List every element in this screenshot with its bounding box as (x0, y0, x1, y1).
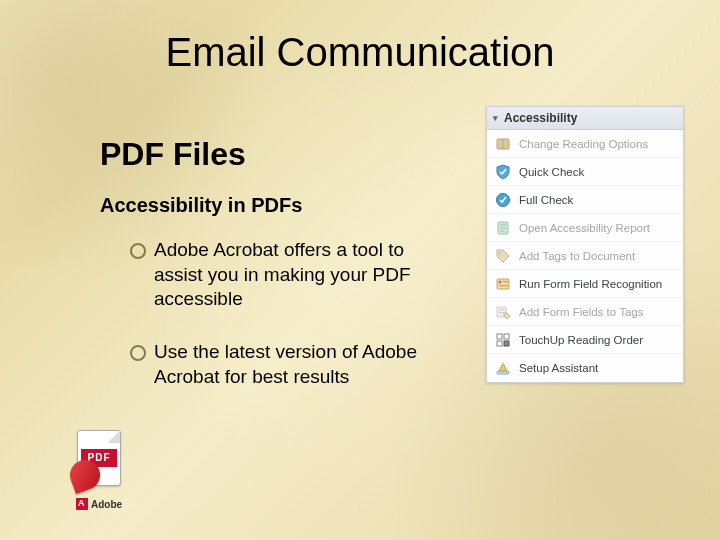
svg-rect-16 (504, 334, 509, 339)
panel-item-setup-assistant[interactable]: Setup Assistant (487, 354, 683, 382)
slide-subtitle: Accessibility in PDFs (100, 194, 302, 217)
svg-rect-13 (499, 309, 504, 310)
adobe-wordmark: Adobe (64, 498, 134, 510)
panel-item-label: Change Reading Options (519, 138, 648, 150)
svg-rect-8 (497, 279, 509, 289)
svg-point-20 (502, 362, 504, 364)
svg-rect-18 (504, 341, 509, 346)
svg-rect-15 (497, 334, 502, 339)
svg-rect-14 (499, 312, 504, 313)
panel-item-label: Setup Assistant (519, 362, 598, 374)
adobe-a-icon (76, 498, 88, 510)
panel-item-label: Add Form Fields to Tags (519, 306, 643, 318)
tag-icon (495, 248, 511, 264)
panel-item-change-reading-options: Change Reading Options (487, 130, 683, 158)
pdf-file-icon: PDF (70, 430, 128, 494)
panel-item-quick-check[interactable]: Quick Check (487, 158, 683, 186)
slide-title: Email Communication (0, 30, 720, 75)
wizard-icon (495, 360, 511, 376)
book-icon (495, 136, 511, 152)
check-circle-icon (495, 192, 511, 208)
panel-item-run-form-recognition[interactable]: Run Form Field Recognition (487, 270, 683, 298)
bullet-item: Use the latest version of Adobe Acrobat … (130, 340, 420, 389)
panel-item-full-check[interactable]: Full Check (487, 186, 683, 214)
panel-item-label: Open Accessibility Report (519, 222, 650, 234)
form-tag-icon (495, 304, 511, 320)
accessibility-panel: ▾ Accessibility Change Reading Options Q… (486, 106, 684, 383)
panel-item-label: Run Form Field Recognition (519, 278, 662, 290)
pdf-adobe-logo: PDF Adobe (64, 430, 134, 510)
form-icon (495, 276, 511, 292)
check-shield-icon (495, 164, 511, 180)
panel-title: Accessibility (504, 111, 577, 125)
panel-item-label: Full Check (519, 194, 573, 206)
svg-rect-11 (499, 285, 508, 286)
panel-header[interactable]: ▾ Accessibility (487, 107, 683, 130)
bullet-list: Adobe Acrobat offers a tool to assist yo… (130, 238, 420, 417)
report-icon (495, 220, 511, 236)
panel-item-touchup-reading-order[interactable]: TouchUp Reading Order (487, 326, 683, 354)
panel-item-label: Add Tags to Document (519, 250, 635, 262)
panel-item-add-tags: Add Tags to Document (487, 242, 683, 270)
svg-point-9 (499, 280, 502, 283)
svg-rect-17 (497, 341, 502, 346)
svg-point-7 (499, 252, 501, 254)
svg-rect-10 (503, 281, 508, 282)
panel-item-label: Quick Check (519, 166, 584, 178)
section-title: PDF Files (100, 136, 246, 173)
adobe-text: Adobe (91, 499, 122, 510)
panel-item-label: TouchUp Reading Order (519, 334, 643, 346)
bullet-item: Adobe Acrobat offers a tool to assist yo… (130, 238, 420, 312)
grid-icon (495, 332, 511, 348)
panel-item-open-report: Open Accessibility Report (487, 214, 683, 242)
panel-item-add-form-fields-tags: Add Form Fields to Tags (487, 298, 683, 326)
chevron-down-icon: ▾ (493, 113, 498, 123)
